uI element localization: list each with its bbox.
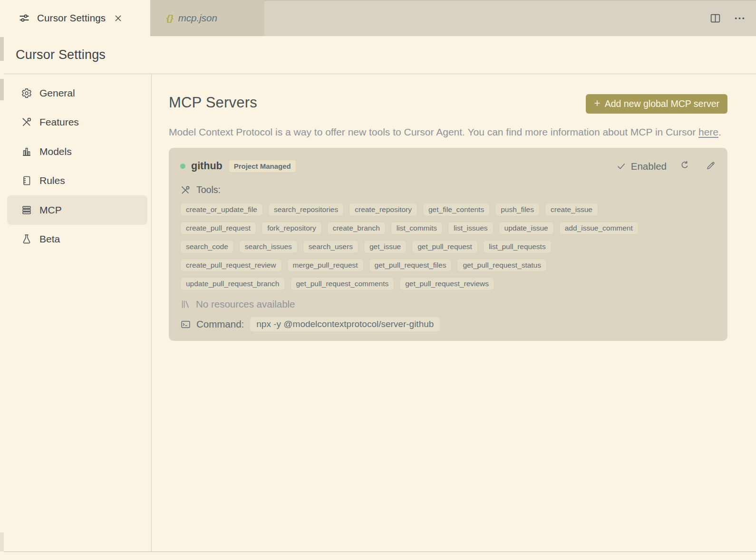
tab-label: mcp.json: [178, 12, 217, 24]
tool-chip: fork_repository: [262, 222, 322, 235]
tool-chip: list_commits: [391, 222, 443, 235]
document-icon: [20, 175, 32, 186]
page-title: Cursor Settings: [16, 48, 106, 62]
tool-chip: update_pull_request_branch: [180, 277, 285, 290]
braces-icon: {}: [166, 13, 174, 23]
refresh-server-button[interactable]: [679, 160, 690, 172]
gutter-segment: [0, 37, 4, 61]
sidebar-item-mcp[interactable]: MCP: [7, 195, 147, 225]
mcp-server-card: github Project Managed Enabled: [169, 148, 727, 341]
tool-chip-row: create_or_update_filesearch_repositories…: [180, 203, 716, 216]
window-left-gutter: [0, 0, 4, 560]
tool-chip: create_issue: [545, 203, 598, 216]
section-title: MCP Servers: [169, 94, 257, 111]
tool-chip: create_pull_request: [180, 222, 256, 235]
command-label: Command:: [196, 319, 244, 330]
tool-chip: create_pull_request_review: [180, 259, 282, 272]
gear-icon: [20, 87, 32, 99]
sidebar-item-label: Models: [39, 146, 72, 157]
gutter-segment: [0, 79, 4, 100]
tool-chip: get_file_contents: [423, 203, 490, 216]
editor-tab-bar: Cursor Settings {} mcp.json: [4, 0, 756, 36]
refresh-icon: [679, 160, 690, 171]
project-managed-badge: Project Managed: [229, 160, 296, 173]
more-actions-icon[interactable]: [734, 12, 746, 24]
tool-chip: add_issue_comment: [559, 222, 639, 235]
pencil-icon: [706, 160, 716, 171]
tool-chip: create_repository: [349, 203, 417, 216]
sidebar-item-rules[interactable]: Rules: [7, 166, 147, 196]
library-icon: [180, 299, 191, 309]
tool-chip: search_users: [303, 240, 359, 253]
tools-icon: [20, 116, 32, 128]
gutter-segment: [0, 532, 4, 551]
tool-chip: get_pull_request_reviews: [399, 277, 494, 290]
tool-chip: get_pull_request_files: [369, 259, 452, 272]
tool-chip: list_pull_requests: [483, 240, 552, 253]
flask-icon: [20, 233, 32, 245]
enabled-label: Enabled: [631, 161, 667, 172]
tools-icon: [180, 185, 191, 195]
here-link[interactable]: here: [698, 126, 718, 137]
check-icon: [616, 161, 626, 171]
sidebar-divider: [151, 74, 152, 551]
tools-label: Tools:: [196, 184, 221, 195]
sidebar-item-features[interactable]: Features: [7, 108, 147, 137]
tool-chip-row: update_pull_request_branchget_pull_reque…: [180, 277, 716, 290]
server-stack-icon: [20, 204, 32, 216]
tool-chip: push_files: [495, 203, 540, 216]
sidebar-item-label: General: [39, 87, 75, 99]
resources-text: No resources available: [196, 299, 295, 310]
split-editor-icon[interactable]: [709, 12, 721, 24]
settings-sidebar: General Features Models: [4, 74, 151, 551]
tool-chip: create_branch: [327, 222, 386, 235]
terminal-icon: [180, 319, 191, 330]
plus-icon: +: [594, 97, 600, 110]
cursor-settings-window: { "tabbar": { "tabs": [ { "label": "Curs…: [0, 0, 756, 560]
tool-chip: search_code: [180, 240, 234, 253]
tool-chip: search_repositories: [268, 203, 344, 216]
enabled-toggle[interactable]: Enabled: [616, 161, 667, 172]
bar-chart-icon: [20, 146, 32, 157]
sidebar-item-label: Rules: [39, 175, 65, 186]
edit-server-button[interactable]: [706, 160, 716, 172]
tool-chip-row: create_pull_requestfork_repositorycreate…: [180, 222, 716, 235]
section-description: Model Context Protocol is a way to offer…: [169, 124, 727, 140]
command-value: npx -y @modelcontextprotocol/server-gith…: [250, 317, 440, 331]
mcp-settings-panel: MCP Servers + Add new global MCP server …: [169, 74, 727, 341]
tool-chip: get_pull_request_comments: [291, 277, 395, 290]
sliders-icon: [18, 12, 30, 24]
sidebar-item-beta[interactable]: Beta: [7, 225, 147, 254]
sidebar-item-label: Beta: [39, 233, 60, 245]
sidebar-item-models[interactable]: Models: [7, 137, 147, 166]
settings-header: Cursor Settings: [4, 36, 756, 74]
sidebar-item-label: Features: [39, 116, 79, 128]
tab-label: Cursor Settings: [37, 12, 106, 24]
close-icon[interactable]: [114, 14, 123, 23]
tool-chip: create_or_update_file: [180, 203, 263, 216]
tool-chip-row: create_pull_request_reviewmerge_pull_req…: [180, 259, 716, 272]
tool-chip: get_issue: [364, 240, 407, 253]
tab-mcp-json[interactable]: {} mcp.json: [150, 0, 264, 36]
server-status-dot: [180, 164, 185, 169]
tab-cursor-settings[interactable]: Cursor Settings: [4, 0, 150, 36]
tools-chips: create_or_update_filesearch_repositories…: [180, 203, 716, 290]
tool-chip: get_pull_request_status: [457, 259, 547, 272]
tool-chip: list_issues: [448, 222, 494, 235]
sidebar-item-label: MCP: [39, 204, 62, 216]
tabbar-actions: [709, 0, 746, 36]
tool-chip: update_issue: [499, 222, 554, 235]
add-global-mcp-server-button[interactable]: + Add new global MCP server: [586, 94, 727, 114]
bottom-divider: [0, 551, 756, 552]
tool-chip: get_pull_request: [412, 240, 478, 253]
tool-chip: merge_pull_request: [287, 259, 364, 272]
add-button-label: Add new global MCP server: [605, 98, 719, 109]
tool-chip-row: search_codesearch_issuessearch_usersget_…: [180, 240, 716, 253]
sidebar-item-general[interactable]: General: [7, 78, 147, 108]
tool-chip: search_issues: [239, 240, 298, 253]
description-suffix: .: [718, 126, 721, 137]
server-name: github: [191, 160, 223, 172]
description-text: Model Context Protocol is a way to offer…: [169, 126, 698, 137]
